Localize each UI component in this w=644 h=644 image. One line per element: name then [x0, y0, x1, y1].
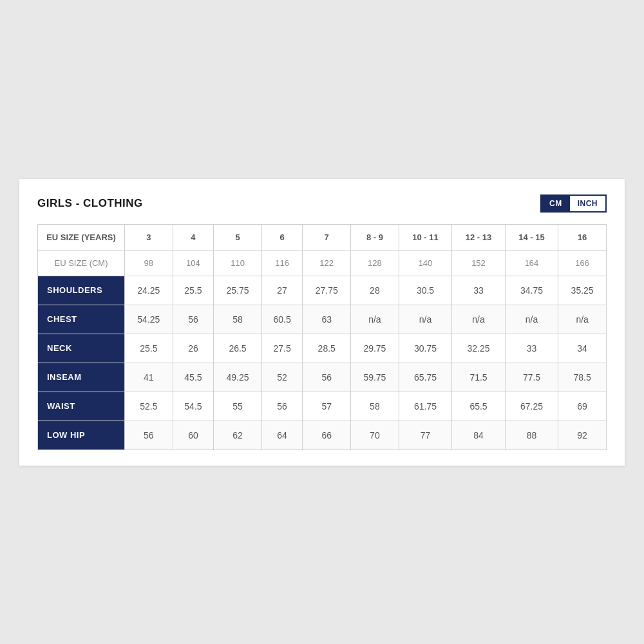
- cell-value: 63: [303, 305, 351, 334]
- cell-value: 25.5: [125, 334, 173, 363]
- table-row: SHOULDERS24.2525.525.752727.752830.53334…: [38, 276, 607, 305]
- cell-value: 49.25: [214, 363, 262, 392]
- cell-value: 54.25: [125, 305, 173, 334]
- cell-value: 58: [351, 392, 399, 421]
- cell-value: 34: [558, 334, 607, 363]
- cell-value: 67.25: [505, 392, 558, 421]
- cell-value: 41: [125, 363, 173, 392]
- cell-value: 56: [125, 421, 173, 450]
- cell-value: 33: [452, 276, 506, 305]
- card-header: GIRLS - CLOTHING CM INCH: [37, 194, 607, 213]
- unit-inch-button[interactable]: INCH: [570, 196, 605, 211]
- col-3: 3: [125, 224, 173, 250]
- cell-value: 66: [303, 421, 351, 450]
- cell-value: 69: [558, 392, 607, 421]
- cm-164: 164: [505, 250, 558, 276]
- cell-value: 88: [505, 421, 558, 450]
- cell-value: 26: [173, 334, 214, 363]
- cm-98: 98: [125, 250, 173, 276]
- cell-value: 32.25: [452, 334, 506, 363]
- row-label-waist: WAIST: [38, 392, 125, 421]
- col-7: 7: [303, 224, 351, 250]
- table-body: SHOULDERS24.2525.525.752727.752830.53334…: [38, 276, 607, 450]
- cell-value: 56: [261, 392, 303, 421]
- cell-value: 55: [214, 392, 262, 421]
- cell-value: 45.5: [173, 363, 214, 392]
- cm-166: 166: [558, 250, 607, 276]
- cell-value: 56: [303, 363, 351, 392]
- cell-value: 30.75: [399, 334, 452, 363]
- cm-116: 116: [261, 250, 303, 276]
- col-5: 5: [214, 224, 262, 250]
- cm-140: 140: [399, 250, 452, 276]
- cell-value: 34.75: [505, 276, 558, 305]
- cell-value: 35.25: [558, 276, 607, 305]
- cell-value: 60: [173, 421, 214, 450]
- cell-value: 30.5: [399, 276, 452, 305]
- cell-value: 25.75: [214, 276, 262, 305]
- cell-value: 92: [558, 421, 607, 450]
- cm-128: 128: [351, 250, 399, 276]
- cell-value: 28.5: [303, 334, 351, 363]
- cell-value: 27.75: [303, 276, 351, 305]
- cell-value: 70: [351, 421, 399, 450]
- row-label-neck: NECK: [38, 334, 125, 363]
- unit-toggle: CM INCH: [540, 194, 607, 213]
- col-16: 16: [558, 224, 607, 250]
- eu-years-label: EU SIZE (YEARS): [38, 224, 125, 250]
- cell-value: n/a: [558, 305, 607, 334]
- eu-cm-row: EU SIZE (CM) 98 104 110 116 122 128 140 …: [38, 250, 607, 276]
- col-12-13: 12 - 13: [452, 224, 506, 250]
- cell-value: 57: [303, 392, 351, 421]
- cell-value: 62: [214, 421, 262, 450]
- cell-value: 27.5: [261, 334, 303, 363]
- size-chart-card: GIRLS - CLOTHING CM INCH EU SIZE (YEARS)…: [19, 179, 625, 466]
- cm-152: 152: [452, 250, 506, 276]
- cell-value: 52: [261, 363, 303, 392]
- col-8-9: 8 - 9: [351, 224, 399, 250]
- card-title: GIRLS - CLOTHING: [37, 197, 143, 210]
- cell-value: n/a: [351, 305, 399, 334]
- cell-value: 77: [399, 421, 452, 450]
- cell-value: 27: [261, 276, 303, 305]
- cell-value: 59.75: [351, 363, 399, 392]
- cell-value: n/a: [399, 305, 452, 334]
- cell-value: 64: [261, 421, 303, 450]
- cell-value: 60.5: [261, 305, 303, 334]
- cell-value: n/a: [505, 305, 558, 334]
- cell-value: 78.5: [558, 363, 607, 392]
- size-table: EU SIZE (YEARS) 3 4 5 6 7 8 - 9 10 - 11 …: [37, 224, 607, 450]
- col-6: 6: [261, 224, 303, 250]
- cm-110: 110: [214, 250, 262, 276]
- table-row: WAIST52.554.55556575861.7565.567.2569: [38, 392, 607, 421]
- cell-value: 54.5: [173, 392, 214, 421]
- table-row: NECK25.52626.527.528.529.7530.7532.25333…: [38, 334, 607, 363]
- cell-value: 33: [505, 334, 558, 363]
- table-row: CHEST54.25565860.563n/an/an/an/an/a: [38, 305, 607, 334]
- cell-value: 58: [214, 305, 262, 334]
- eu-years-row: EU SIZE (YEARS) 3 4 5 6 7 8 - 9 10 - 11 …: [38, 224, 607, 250]
- unit-cm-button[interactable]: CM: [542, 196, 570, 211]
- cell-value: 65.75: [399, 363, 452, 392]
- row-label-chest: CHEST: [38, 305, 125, 334]
- table-row: INSEAM4145.549.25525659.7565.7571.577.57…: [38, 363, 607, 392]
- cell-value: 26.5: [214, 334, 262, 363]
- cell-value: 52.5: [125, 392, 173, 421]
- cell-value: 25.5: [173, 276, 214, 305]
- col-14-15: 14 - 15: [505, 224, 558, 250]
- col-4: 4: [173, 224, 214, 250]
- row-label-inseam: INSEAM: [38, 363, 125, 392]
- eu-cm-label: EU SIZE (CM): [38, 250, 125, 276]
- table-row: LOW HIP56606264667077848892: [38, 421, 607, 450]
- cell-value: 24.25: [125, 276, 173, 305]
- cell-value: 56: [173, 305, 214, 334]
- cell-value: 28: [351, 276, 399, 305]
- cell-value: 77.5: [505, 363, 558, 392]
- row-label-low-hip: LOW HIP: [38, 421, 125, 450]
- cm-122: 122: [303, 250, 351, 276]
- cm-104: 104: [173, 250, 214, 276]
- col-10-11: 10 - 11: [399, 224, 452, 250]
- row-label-shoulders: SHOULDERS: [38, 276, 125, 305]
- cell-value: 84: [452, 421, 506, 450]
- cell-value: n/a: [452, 305, 506, 334]
